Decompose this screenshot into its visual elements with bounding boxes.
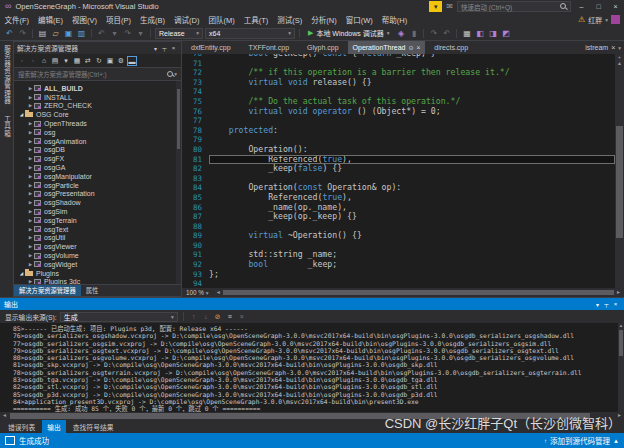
platform-dropdown[interactable]: x64 ▾ — [205, 28, 295, 39]
menu-item[interactable]: 帮助(H) — [377, 14, 411, 25]
tree-item[interactable]: ▶osgFX — [14, 154, 181, 163]
panel-tab[interactable]: 输出 — [42, 420, 66, 433]
close-icon[interactable]: × — [611, 301, 620, 307]
tree-item[interactable]: ▶osgShadow — [14, 198, 181, 207]
new-file-icon[interactable]: ▤ — [37, 29, 48, 38]
clear-all-icon[interactable]: ⊘ — [213, 313, 223, 321]
menu-item[interactable]: 工具(T) — [239, 14, 273, 25]
chevron-right-icon[interactable]: ▶ — [27, 253, 34, 258]
save-icon[interactable]: ▣ — [63, 29, 74, 38]
redo-caret-icon[interactable]: ▾ — [135, 29, 146, 38]
chevron-right-icon[interactable]: ▶ — [27, 262, 34, 267]
step-over-icon[interactable]: ↷ — [428, 29, 439, 38]
close-icon[interactable]: × — [611, 44, 615, 51]
save-all-icon[interactable]: ▥ — [76, 29, 87, 38]
zoom-selector[interactable]: 100 % ▾ — [182, 289, 213, 296]
chevron-right-icon[interactable]: ▶ — [27, 174, 34, 179]
menu-item[interactable]: 调试(D) — [170, 14, 204, 25]
panel-tab[interactable]: 错误列表 — [3, 420, 40, 433]
chevron-right-icon[interactable]: ▶ — [27, 209, 34, 214]
chevron-right-icon[interactable]: ▶ — [27, 244, 34, 249]
feedback-icon[interactable]: ✉ — [446, 2, 453, 11]
add-to-source-control-button[interactable]: ↑ 添加到源代码管理 ▲ — [544, 435, 619, 446]
break-all-icon[interactable]: ▮ — [408, 29, 419, 38]
preview-selected-icon[interactable]: ▬ — [127, 56, 137, 66]
scroll-up-icon[interactable]: ▲ — [618, 323, 624, 329]
minimize-button[interactable]: – — [575, 3, 588, 10]
solution-explorer-header[interactable]: 解决方案资源管理器 ▾ ┬ × — [14, 42, 181, 54]
refresh-icon[interactable]: ↻ — [94, 57, 104, 65]
notification-warning-icon[interactable]: ⚠ — [578, 15, 585, 24]
menu-item[interactable]: 项目(P) — [102, 14, 136, 25]
editor-tab[interactable]: Glyph.cpp — [298, 41, 348, 54]
scroll-left-icon[interactable]: ◄ — [216, 289, 221, 296]
tree-item[interactable]: ▶osgPresentation — [14, 190, 181, 199]
scrollbar-thumb[interactable] — [619, 330, 623, 356]
collapse-all-icon[interactable]: ▣ — [105, 57, 115, 65]
tree-item[interactable]: ▶osgDB — [14, 146, 181, 155]
editor-right-tab[interactable]: istream×▾ — [585, 41, 624, 54]
chevron-right-icon[interactable]: ▶ — [27, 156, 34, 161]
editor-vertical-scrollbar[interactable]: + ▲ — [615, 54, 624, 288]
chevron-down-icon[interactable]: ◢ — [18, 112, 25, 117]
menu-item[interactable]: 文件(F) — [0, 14, 34, 25]
chevron-right-icon[interactable]: ▶ — [27, 279, 34, 284]
close-icon[interactable]: × — [169, 45, 178, 51]
user-caret-icon[interactable]: ▾ — [605, 17, 608, 23]
tree-item[interactable]: ▶osgManipulator — [14, 172, 181, 181]
chevron-down-icon[interactable]: ◢ — [18, 271, 25, 276]
chevron-down-icon[interactable]: ▾ — [151, 45, 160, 52]
code-area[interactable]: 70 bool getKeep() const { return _keep; … — [182, 54, 615, 288]
toggle-wrap-icon[interactable]: ≡ — [225, 313, 235, 320]
output-header[interactable]: 输出 ▾ ┬ × — [0, 298, 624, 310]
tree-item[interactable]: ▶osgText — [14, 225, 181, 234]
menu-item[interactable]: 团队(M) — [204, 14, 239, 25]
navigate-backward-icon[interactable]: ↶ — [4, 29, 15, 38]
pin-icon[interactable]: ┬ — [160, 45, 169, 51]
undo-caret-icon[interactable]: ▾ — [109, 29, 120, 38]
chevron-right-icon[interactable]: ▶ — [27, 235, 34, 240]
tree-item[interactable]: ▶osgSim — [14, 207, 181, 216]
chevron-right-icon[interactable]: ▶ — [27, 165, 34, 170]
back-icon[interactable]: ◦ — [17, 57, 27, 64]
sync-with-active-icon[interactable]: ⇄ — [83, 57, 93, 65]
close-icon[interactable]: × — [417, 44, 421, 51]
menu-item[interactable]: 生成(B) — [136, 14, 170, 25]
prev-message-icon[interactable]: ↑ — [189, 313, 199, 320]
quick-launch-search[interactable]: 快速启动 (Ctrl+Q) — [457, 1, 571, 12]
tree-item[interactable]: ▶ALL_BUILD — [14, 84, 181, 93]
tree-item[interactable]: ▶osgUtil — [14, 234, 181, 243]
tree-item[interactable]: ▶osgGA — [14, 163, 181, 172]
chevron-right-icon[interactable]: ▶ — [27, 200, 34, 205]
show-all-files-icon[interactable]: ▦ — [72, 57, 82, 65]
scrollbar-thumb[interactable] — [616, 126, 623, 238]
editor-tab[interactable]: directs.cpp — [425, 41, 477, 54]
chevron-right-icon[interactable]: ▶ — [27, 95, 34, 100]
tree-item[interactable]: ▶osgAnimation — [14, 137, 181, 146]
menu-item[interactable]: 编辑(E) — [34, 14, 68, 25]
chevron-right-icon[interactable]: ▶ — [27, 218, 34, 223]
maximize-button[interactable]: □ — [592, 3, 605, 10]
tree-scrollbar[interactable] — [176, 81, 181, 284]
tree-item[interactable]: ◢Plugins — [14, 269, 181, 278]
start-debug-button[interactable]: ▶ 本地 Windows 调试器 ▾ — [304, 28, 393, 38]
pending-caret-icon[interactable]: ▾ — [61, 57, 71, 65]
chevron-right-icon[interactable]: ▶ — [27, 147, 34, 152]
properties-icon[interactable]: ⚙ — [116, 57, 126, 65]
tree-item[interactable]: ▶osgTerrain — [14, 216, 181, 225]
chevron-right-icon[interactable]: ▶ — [27, 183, 34, 188]
pin-icon[interactable]: ┬ — [602, 301, 611, 307]
chevron-right-icon[interactable]: ▶ — [27, 103, 34, 108]
next-message-icon[interactable]: ↓ — [201, 313, 211, 320]
filter-icon[interactable]: ▼ — [429, 1, 442, 12]
tree-item[interactable]: ▶osgVolume — [14, 251, 181, 260]
chevron-right-icon[interactable]: ▶ — [27, 191, 34, 196]
chevron-right-icon[interactable]: ▶ — [27, 139, 34, 144]
tree-item[interactable]: ▶osgViewer — [14, 242, 181, 251]
find-in-files-icon[interactable]: ▦ — [461, 29, 472, 38]
menu-item[interactable]: 分析(N) — [307, 14, 341, 25]
chevron-right-icon[interactable]: ▶ — [27, 86, 34, 91]
configuration-dropdown[interactable]: Release ▾ — [155, 28, 203, 39]
chevron-down-icon[interactable]: ▾ — [593, 301, 602, 308]
redo-icon[interactable]: ↷ — [122, 29, 133, 38]
